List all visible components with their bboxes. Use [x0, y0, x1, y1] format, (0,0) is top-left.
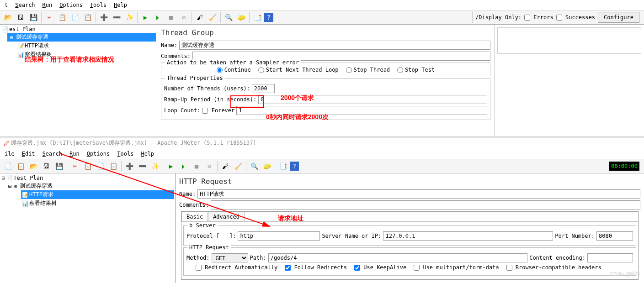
- tree-testplan[interactable]: 📄est Plan: [1, 26, 156, 33]
- help2-icon[interactable]: ?: [290, 162, 299, 171]
- menu-search[interactable]: Search: [12, 1, 37, 9]
- search-icon[interactable]: 🔍: [223, 11, 234, 23]
- toggle-icon[interactable]: 📑: [251, 11, 263, 23]
- menu-options[interactable]: Options: [57, 1, 85, 9]
- chk-multipart[interactable]: Use multipart/form-data: [414, 264, 499, 271]
- menu-t[interactable]: t: [2, 1, 11, 9]
- play2-icon[interactable]: ▶: [165, 160, 177, 172]
- tab-advanced[interactable]: Advanced: [208, 212, 245, 221]
- menu-run[interactable]: Run: [40, 1, 55, 9]
- port-input[interactable]: [596, 231, 633, 241]
- menu-options2[interactable]: Options: [84, 150, 113, 158]
- wand-icon[interactable]: ✨: [123, 11, 135, 23]
- template-icon[interactable]: 📋: [15, 160, 27, 172]
- stop-icon[interactable]: ■: [165, 11, 177, 23]
- copy-icon[interactable]: 📋: [56, 11, 68, 23]
- menu-search2[interactable]: Search: [40, 150, 65, 158]
- playnow2-icon[interactable]: ⏵: [178, 160, 190, 172]
- path-input[interactable]: [268, 253, 527, 262]
- enc-input[interactable]: [587, 253, 633, 262]
- bottom-toolbar: 📄 📋 📂 🖫 💾 ✂ 📋 📄 📋 ➕ ➖ ✨ ▶ ⏵ ■ ⊘ 🖌 🧹 🔍 🧽 …: [0, 159, 644, 173]
- radio-continue[interactable]: Continue: [217, 67, 251, 73]
- top-toolbar: 📂 🖫 💾 ✂ 📋 📄 📋 ➕ ➖ ✨ ▶ ⏵ ■ ⊘ 🖌 🧹 🔍 🧽 📑 ? …: [0, 10, 644, 25]
- tree2-resulttree[interactable]: 📊察看结果树: [21, 199, 174, 208]
- menu-help2[interactable]: Help: [138, 150, 157, 158]
- menu-run2[interactable]: Run: [67, 150, 82, 158]
- bottom-tree-pane: ⊟📄Test Plan ⊟⚙测试缓存穿透 📝HTTP请求 📊察看结果树: [0, 173, 176, 283]
- tab-basic[interactable]: Basic: [181, 212, 208, 221]
- shutdown-icon[interactable]: ⊘: [178, 11, 190, 23]
- errors-checkbox[interactable]: Errors: [524, 14, 554, 21]
- server-input[interactable]: [383, 231, 553, 241]
- plus-icon[interactable]: ➕: [98, 11, 110, 23]
- radio-stoptest[interactable]: Stop Test: [397, 67, 435, 73]
- protocol-label: Protocol [ ]:: [186, 233, 236, 239]
- threads-label: Number of Threads (users):: [164, 85, 250, 92]
- chk-keepalive[interactable]: Use KeepAlive: [354, 264, 406, 271]
- clipboard-icon[interactable]: 📋: [82, 11, 94, 23]
- threads-input[interactable]: [252, 84, 275, 93]
- save-icon[interactable]: 💾: [27, 11, 39, 23]
- minus2-icon[interactable]: ➖: [136, 160, 148, 172]
- protocol-input[interactable]: [238, 231, 320, 241]
- tree2-http[interactable]: 📝HTTP请求: [21, 190, 174, 199]
- disk2-icon[interactable]: 🖫: [40, 160, 52, 172]
- configure-button[interactable]: Configure: [598, 12, 639, 23]
- play-icon[interactable]: ▶: [139, 11, 151, 23]
- broom-icon[interactable]: 🧽: [235, 11, 247, 23]
- broom2-icon[interactable]: 🧽: [261, 160, 273, 172]
- wand2-icon[interactable]: ✨: [149, 160, 161, 172]
- copy2-icon[interactable]: 📋: [82, 160, 94, 172]
- cut2-icon[interactable]: ✂: [69, 160, 81, 172]
- menu-edit2[interactable]: Edit: [19, 150, 38, 158]
- plus2-icon[interactable]: ➕: [123, 160, 135, 172]
- path-note: 请求地址: [278, 215, 303, 223]
- panel-title: Thread Group: [161, 28, 490, 37]
- cut-icon[interactable]: ✂: [43, 11, 55, 23]
- window-title: 缓存穿透.jmx (D:\IT\jmeterSave\缓存穿透.jmx) - A…: [11, 139, 256, 147]
- tree-http[interactable]: 📝HTTP请求: [16, 42, 156, 50]
- tree2-testplan[interactable]: ⊟📄Test Plan: [1, 174, 174, 182]
- menu-help[interactable]: Help: [111, 1, 130, 9]
- open2-icon[interactable]: 📂: [27, 160, 39, 172]
- new-icon[interactable]: 📄: [2, 160, 14, 172]
- chk-follow[interactable]: Follow Redirects: [285, 264, 347, 271]
- paste-icon[interactable]: 📄: [69, 11, 81, 23]
- radio-startnext[interactable]: Start Next Thread Loop: [258, 67, 339, 73]
- name-input[interactable]: [179, 41, 490, 50]
- paste2-icon[interactable]: 📄: [95, 160, 106, 172]
- tree-threadgroup[interactable]: ⚙测试缓存穿透: [7, 33, 156, 42]
- clear2-icon[interactable]: 🖌: [219, 160, 231, 172]
- clear-all-icon[interactable]: 🧹: [207, 11, 218, 23]
- menu-tools2[interactable]: Tools: [114, 150, 136, 158]
- http-name-input[interactable]: [197, 189, 640, 199]
- path-label: Path:: [250, 255, 266, 261]
- search2-icon[interactable]: 🔍: [248, 160, 260, 172]
- play-now-icon[interactable]: ⏵: [152, 11, 164, 23]
- shutdown2-icon[interactable]: ⊘: [203, 160, 215, 172]
- method-select[interactable]: GET: [212, 253, 248, 262]
- timer-display: 00:00:00: [609, 162, 639, 171]
- forever-checkbox[interactable]: Forever: [202, 107, 234, 114]
- chk-browser[interactable]: Browser-compatible headers: [506, 264, 601, 271]
- tree2-threadgroup[interactable]: ⊟⚙测试缓存穿透: [7, 182, 174, 190]
- toggle2-icon[interactable]: 📑: [277, 160, 289, 172]
- thread-props-legend: Thread Properties: [165, 75, 225, 81]
- chk-redirect[interactable]: Redirect Automatically: [196, 264, 277, 271]
- menu-tools[interactable]: Tools: [87, 1, 109, 9]
- clipboard2-icon[interactable]: 📋: [107, 160, 119, 172]
- menu-ile[interactable]: ile: [2, 150, 17, 158]
- stop2-icon[interactable]: ■: [191, 160, 202, 172]
- save2-icon[interactable]: 💾: [53, 160, 65, 172]
- help-icon[interactable]: ?: [264, 13, 273, 22]
- minus-icon[interactable]: ➖: [111, 11, 122, 23]
- radio-stopthread[interactable]: Stop Thread: [346, 67, 390, 73]
- top-menubar: t Search Run Options Tools Help: [0, 0, 644, 10]
- clearall2-icon[interactable]: 🧹: [232, 160, 244, 172]
- successes-checkbox[interactable]: Successes: [556, 14, 595, 21]
- clear-icon[interactable]: 🖌: [194, 11, 206, 23]
- http-comments-input[interactable]: [211, 200, 640, 209]
- method-label: Method:: [186, 255, 210, 261]
- open-icon[interactable]: 📂: [2, 11, 14, 23]
- disk-icon[interactable]: 🖫: [15, 11, 27, 23]
